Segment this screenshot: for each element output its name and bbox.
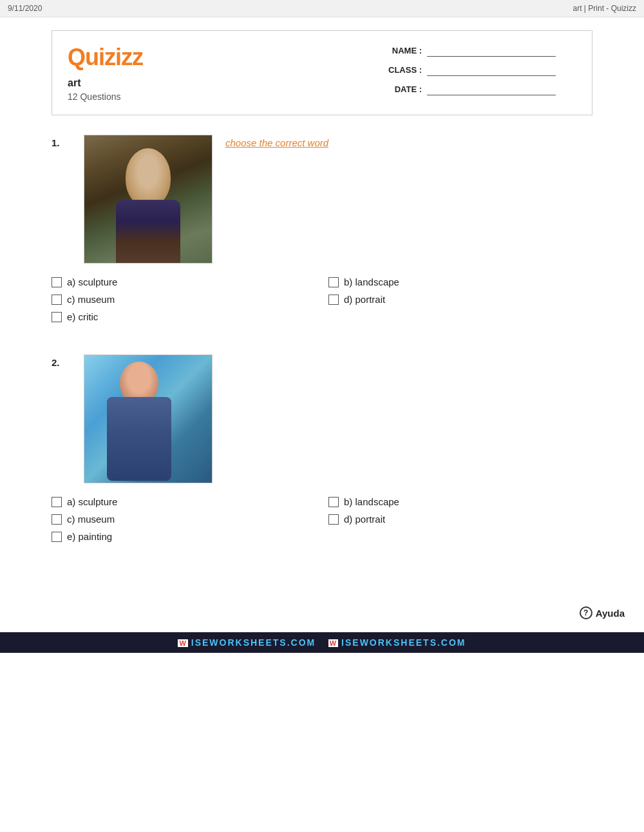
header-left: Quizizz art 12 Questions xyxy=(68,44,143,102)
page-content: Quizizz art 12 Questions NAME : CLASS : … xyxy=(32,17,612,600)
name-label: NAME : xyxy=(383,46,422,55)
header-box: Quizizz art 12 Questions NAME : CLASS : … xyxy=(52,30,592,115)
checkbox-2a[interactable] xyxy=(52,497,62,507)
ayuda-button[interactable]: ? Ayuda xyxy=(580,606,625,619)
date-input[interactable] xyxy=(427,82,556,95)
checkbox-1c[interactable] xyxy=(52,295,62,305)
question-2-number: 2. xyxy=(52,354,71,368)
answer-1c-text: c) museum xyxy=(67,294,115,305)
checkbox-2e[interactable] xyxy=(52,532,62,542)
answer-1e: e) critic xyxy=(52,311,316,322)
ayuda-icon: ? xyxy=(580,606,592,619)
question-1-number: 1. xyxy=(52,135,71,148)
checkbox-1a[interactable] xyxy=(52,277,62,287)
checkbox-1d[interactable] xyxy=(328,295,339,305)
answer-1c: c) museum xyxy=(52,294,316,305)
question-1-image xyxy=(84,135,213,264)
quizizz-logo: Quizizz xyxy=(68,44,143,71)
name-field-row: NAME : xyxy=(383,44,576,57)
answer-1e-text: e) critic xyxy=(67,311,98,322)
checkbox-2b[interactable] xyxy=(328,497,339,507)
answer-2a: a) sculpture xyxy=(52,496,316,507)
checkbox-1b[interactable] xyxy=(328,277,339,287)
answer-1b-text: b) landscape xyxy=(344,276,399,287)
answer-1a-text: a) sculpture xyxy=(67,276,117,287)
answer-1b: b) landscape xyxy=(328,276,592,287)
name-input[interactable] xyxy=(427,44,556,57)
answer-2b: b) landscape xyxy=(328,496,592,507)
browser-bar: 9/11/2020 art | Print - Quizizz xyxy=(0,0,644,17)
checkbox-1e[interactable] xyxy=(52,312,62,322)
header-right: NAME : CLASS : DATE : xyxy=(383,44,576,95)
footer-text: W ISEWORKSHEETS.COM W ISEWORKSHEETS.COM xyxy=(178,637,466,648)
answer-2e: e) painting xyxy=(52,531,316,542)
answer-2d: d) portrait xyxy=(328,514,592,525)
quiz-questions-count: 12 Questions xyxy=(68,92,143,102)
browser-tab-title: art | Print - Quizizz xyxy=(573,4,636,13)
question-2: 2. a) sculpture b) landscape c) museum d… xyxy=(52,354,592,542)
question-1: 1. choose the correct word a) sculpture … xyxy=(52,135,592,322)
checkbox-2d[interactable] xyxy=(328,514,339,525)
answer-1d-text: d) portrait xyxy=(344,294,385,305)
answer-2c-text: c) museum xyxy=(67,514,115,525)
date-field-row: DATE : xyxy=(383,82,576,95)
class-input[interactable] xyxy=(427,63,556,76)
question-1-answers: a) sculpture b) landscape c) museum d) p… xyxy=(52,276,592,322)
question-1-prompt: choose the correct word xyxy=(225,135,328,148)
class-label: CLASS : xyxy=(383,65,422,75)
question-2-header: 2. xyxy=(52,354,592,483)
answer-1a: a) sculpture xyxy=(52,276,316,287)
ayuda-label: Ayuda xyxy=(596,608,625,619)
question-2-image xyxy=(84,354,213,483)
answer-2d-text: d) portrait xyxy=(344,514,385,525)
checkbox-2c[interactable] xyxy=(52,514,62,525)
footer-bar: W ISEWORKSHEETS.COM W ISEWORKSHEETS.COM xyxy=(0,632,644,653)
answer-2e-text: e) painting xyxy=(67,531,112,542)
question-1-header: 1. choose the correct word xyxy=(52,135,592,264)
ayuda-section: ? Ayuda xyxy=(0,600,644,632)
browser-date: 9/11/2020 xyxy=(8,4,42,13)
answer-1d: d) portrait xyxy=(328,294,592,305)
answer-2c: c) museum xyxy=(52,514,316,525)
class-field-row: CLASS : xyxy=(383,63,576,76)
answer-2b-text: b) landscape xyxy=(344,496,399,507)
quiz-title: art xyxy=(68,77,143,89)
date-label: DATE : xyxy=(383,84,422,94)
answer-2a-text: a) sculpture xyxy=(67,496,117,507)
question-2-answers: a) sculpture b) landscape c) museum d) p… xyxy=(52,496,592,542)
